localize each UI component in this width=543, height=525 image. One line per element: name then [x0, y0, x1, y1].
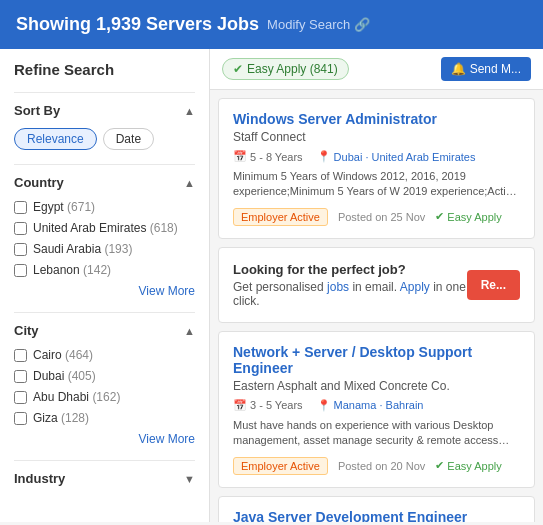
industry-label: Industry — [14, 471, 65, 486]
country-header[interactable]: Country ▲ — [14, 175, 195, 190]
employer-active-badge: Employer Active — [233, 457, 328, 475]
job-meta: 📅 5 - 8 Years 📍 Dubai · United Arab Emir… — [233, 150, 520, 163]
check-small-icon: ✔ — [435, 459, 444, 472]
city-checkbox[interactable] — [14, 412, 27, 425]
city-view-more[interactable]: View More — [14, 432, 195, 446]
jobs-link[interactable]: jobs — [327, 280, 349, 294]
job-title[interactable]: Windows Server Administrator — [233, 111, 520, 127]
location-icon: 📍 — [317, 150, 331, 163]
sidebar: Refine Search Sort By ▲ Relevance Date C… — [0, 49, 210, 522]
industry-header[interactable]: Industry ▼ — [14, 471, 195, 486]
city-checkbox-item[interactable]: Dubai (405) — [14, 369, 195, 383]
page-title: Showing 1,939 Servers Jobs — [16, 14, 259, 35]
job-title[interactable]: Java Server Development Engineer — [233, 509, 520, 522]
job-footer: Employer Active Posted on 20 Nov ✔ Easy … — [233, 457, 520, 475]
job-title[interactable]: Network + Server / Desktop Support Engin… — [233, 344, 520, 376]
industry-section: Industry ▼ — [14, 460, 195, 486]
personalised-text: Looking for the perfect job? Get persona… — [233, 262, 467, 308]
posted-date: Posted on 25 Nov — [338, 211, 425, 223]
experience-meta: 📅 3 - 5 Years — [233, 399, 303, 412]
country-label: Country — [14, 175, 64, 190]
easy-apply-tag[interactable]: ✔ Easy Apply — [435, 459, 501, 472]
job-description: Minimum 5 Years of Windows 2012, 2016, 2… — [233, 169, 520, 200]
country-section: Country ▲ Egypt (671)United Arab Emirate… — [14, 164, 195, 298]
job-card: Java Server Development Engineer BAYANAT… — [218, 496, 535, 522]
city-label: City — [14, 323, 39, 338]
city-header[interactable]: City ▲ — [14, 323, 195, 338]
country-chevron: ▲ — [184, 177, 195, 189]
company-name: Eastern Asphalt and Mixed Concrete Co. — [233, 379, 520, 393]
job-results: ✔ Easy Apply (841) 🔔 Send M... Windows S… — [210, 49, 543, 522]
location-meta: 📍 Manama · Bahrain — [317, 399, 424, 412]
check-small-icon: ✔ — [435, 210, 444, 223]
country-checkbox[interactable] — [14, 201, 27, 214]
country-view-more[interactable]: View More — [14, 284, 195, 298]
bell-icon: 🔔 — [451, 62, 466, 76]
city-section: City ▲ Cairo (464)Dubai (405)Abu Dhabi (… — [14, 312, 195, 446]
country-checkbox-item[interactable]: United Arab Emirates (618) — [14, 221, 195, 235]
job-card: Network + Server / Desktop Support Engin… — [218, 331, 535, 488]
register-btn[interactable]: Re... — [467, 270, 520, 300]
country-list: Egypt (671)United Arab Emirates (618)Sau… — [14, 200, 195, 277]
country-checkbox-item[interactable]: Lebanon (142) — [14, 263, 195, 277]
industry-chevron: ▼ — [184, 473, 195, 485]
sort-buttons: Relevance Date — [14, 128, 195, 150]
modify-search-link[interactable]: Modify Search 🔗 — [267, 17, 370, 32]
briefcase-icon: 📅 — [233, 150, 247, 163]
sort-date-btn[interactable]: Date — [103, 128, 154, 150]
easy-apply-filter[interactable]: ✔ Easy Apply (841) — [222, 58, 349, 80]
city-checkbox[interactable] — [14, 391, 27, 404]
job-footer: Employer Active Posted on 25 Nov ✔ Easy … — [233, 208, 520, 226]
city-checkbox[interactable] — [14, 349, 27, 362]
main-layout: Refine Search Sort By ▲ Relevance Date C… — [0, 49, 543, 522]
country-checkbox[interactable] — [14, 243, 27, 256]
modify-search-label: Modify Search — [267, 17, 350, 32]
location-meta: 📍 Dubai · United Arab Emirates — [317, 150, 476, 163]
personalised-description: Get personalised jobs in email. Apply in… — [233, 280, 467, 308]
page-header: Showing 1,939 Servers Jobs Modify Search… — [0, 0, 543, 49]
city-chevron: ▲ — [184, 325, 195, 337]
job-card: Windows Server Administrator Staff Conne… — [218, 98, 535, 239]
posted-date: Posted on 20 Nov — [338, 460, 425, 472]
experience-meta: 📅 5 - 8 Years — [233, 150, 303, 163]
sort-relevance-btn[interactable]: Relevance — [14, 128, 97, 150]
job-description: Must have hands on experience with vario… — [233, 418, 520, 449]
link-icon: 🔗 — [354, 17, 370, 32]
employer-active-badge: Employer Active — [233, 208, 328, 226]
location-icon: 📍 — [317, 399, 331, 412]
sort-by-label: Sort By — [14, 103, 60, 118]
sort-by-header[interactable]: Sort By ▲ — [14, 103, 195, 118]
briefcase-icon: 📅 — [233, 399, 247, 412]
personalised-title: Looking for the perfect job? — [233, 262, 467, 277]
easy-apply-tag[interactable]: ✔ Easy Apply — [435, 210, 501, 223]
country-checkbox-item[interactable]: Egypt (671) — [14, 200, 195, 214]
city-checkbox-item[interactable]: Abu Dhabi (162) — [14, 390, 195, 404]
country-checkbox-item[interactable]: Saudi Arabia (193) — [14, 242, 195, 256]
city-checkbox[interactable] — [14, 370, 27, 383]
sort-by-section: Sort By ▲ Relevance Date — [14, 92, 195, 150]
company-name: Staff Connect — [233, 130, 520, 144]
city-checkbox-item[interactable]: Giza (128) — [14, 411, 195, 425]
city-checkbox-item[interactable]: Cairo (464) — [14, 348, 195, 362]
sort-by-chevron: ▲ — [184, 105, 195, 117]
check-icon: ✔ — [233, 62, 243, 76]
filter-bar: ✔ Easy Apply (841) 🔔 Send M... — [210, 49, 543, 90]
apply-link[interactable]: Apply — [400, 280, 430, 294]
easy-apply-filter-label: Easy Apply (841) — [247, 62, 338, 76]
country-checkbox[interactable] — [14, 264, 27, 277]
country-checkbox[interactable] — [14, 222, 27, 235]
refine-search-title: Refine Search — [14, 61, 195, 78]
send-me-alert-btn[interactable]: 🔔 Send M... — [441, 57, 531, 81]
personalised-card: Looking for the perfect job? Get persona… — [218, 247, 535, 323]
city-list: Cairo (464)Dubai (405)Abu Dhabi (162)Giz… — [14, 348, 195, 425]
job-meta: 📅 3 - 5 Years 📍 Manama · Bahrain — [233, 399, 520, 412]
